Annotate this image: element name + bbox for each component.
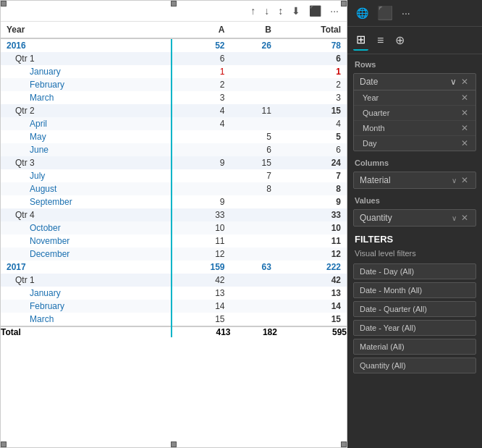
row-b: 63 (231, 261, 277, 274)
table-footer-row: Total 413 182 595 (1, 326, 347, 337)
globe-icon[interactable]: 🌐 (353, 5, 371, 21)
menu-icon[interactable]: ⬛ (374, 3, 396, 23)
row-label: February (1, 78, 172, 91)
date-remove-btn[interactable]: ✕ (460, 77, 470, 87)
filter-date-year[interactable]: Date - Year (All) (353, 320, 476, 336)
material-dropdown-icon[interactable]: ∨ (452, 177, 457, 185)
row-total: 4 (277, 117, 347, 130)
date-quarter-item[interactable]: Quarter ✕ (354, 106, 475, 121)
quantity-remove-btn[interactable]: ✕ (460, 213, 470, 223)
date-group-header[interactable]: Date ∨ ✕ (354, 74, 475, 90)
col-header-b: B (231, 22, 277, 38)
filter-material-label: Material (All) (360, 342, 405, 351)
row-a: 9 (172, 195, 230, 208)
row-total: 15 (277, 104, 347, 117)
table-row[interactable]: August 8 8 (1, 182, 347, 195)
row-total: 15 (277, 313, 347, 326)
date-day-remove-btn[interactable]: ✕ (460, 138, 470, 148)
table-row[interactable]: October 10 10 (1, 221, 347, 234)
row-b: 8 (231, 182, 277, 195)
row-label: August (1, 182, 172, 195)
row-label: March (1, 313, 172, 326)
row-label: October (1, 221, 172, 234)
table-row[interactable]: September 9 9 (1, 195, 347, 208)
filter-date-day[interactable]: Date - Day (All) (353, 263, 476, 279)
sort-both-icon[interactable]: ↕ (276, 4, 285, 18)
table-row[interactable]: June 6 6 (1, 143, 347, 156)
table-row[interactable]: January 13 13 (1, 287, 347, 300)
row-total: 1 (277, 65, 347, 78)
row-b (231, 221, 277, 234)
quantity-field[interactable]: Quantity ∨ ✕ (353, 209, 476, 227)
quantity-label: Quantity (360, 213, 392, 223)
table-row[interactable]: Qtr 3 9 15 24 (1, 156, 347, 169)
filter-date-month[interactable]: Date - Month (All) (353, 282, 476, 298)
copy-icon[interactable]: ⬛ (307, 4, 324, 18)
filter-date-quarter-label: Date - Quarter (All) (360, 305, 427, 313)
matrix-table-wrapper[interactable]: Year A B Total 2016 52 26 78 Qtr 1 6 (1, 22, 347, 447)
row-label: November (1, 234, 172, 248)
row-total: 6 (277, 143, 347, 156)
table-row[interactable]: 2017 159 63 222 (1, 261, 347, 274)
table-row[interactable]: Qtr 1 42 42 (1, 274, 347, 287)
row-total: 8 (277, 182, 347, 195)
visual-level-label: Visual level filters (347, 248, 482, 262)
filter-material[interactable]: Material (All) (353, 339, 476, 355)
row-a: 52 (172, 38, 230, 52)
sort-asc-icon[interactable]: ↑ (248, 4, 258, 18)
row-a: 1 (172, 65, 230, 78)
table-row[interactable]: January 1 1 (1, 65, 347, 78)
row-b (231, 117, 277, 130)
row-a: 159 (172, 261, 230, 274)
row-a: 2 (172, 78, 230, 91)
row-a: 11 (172, 234, 230, 248)
row-a: 13 (172, 287, 230, 300)
date-year-remove-btn[interactable]: ✕ (460, 93, 470, 103)
row-a: 6 (172, 52, 230, 65)
table-row[interactable]: Qtr 4 33 33 (1, 208, 347, 221)
date-month-remove-btn[interactable]: ✕ (460, 123, 470, 133)
table-row[interactable]: 2016 52 26 78 (1, 38, 347, 52)
filter-date-quarter[interactable]: Date - Quarter (All) (353, 301, 476, 317)
date-day-item[interactable]: Day ✕ (354, 136, 475, 151)
date-year-item[interactable]: Year ✕ (354, 90, 475, 106)
table-row[interactable]: November 11 11 (1, 234, 347, 248)
material-remove-btn[interactable]: ✕ (460, 175, 470, 185)
material-field[interactable]: Material ∨ ✕ (353, 172, 476, 189)
row-b: 26 (231, 38, 277, 52)
analytics-tab-icon[interactable]: ⊕ (392, 30, 407, 50)
quantity-dropdown-icon[interactable]: ∨ (452, 214, 457, 222)
row-b (231, 300, 277, 313)
columns-section-label: Columns (347, 153, 482, 170)
more-icon[interactable]: ··· (399, 5, 413, 21)
sort-desc-icon[interactable]: ↓ (262, 4, 271, 18)
fields-tab-icon[interactable]: ⊞ (353, 30, 368, 51)
date-quarter-remove-btn[interactable]: ✕ (460, 108, 470, 118)
filter-date-month-label: Date - Month (All) (360, 286, 422, 295)
table-row[interactable]: May 5 5 (1, 130, 347, 143)
table-row[interactable]: December 12 12 (1, 248, 347, 261)
table-row[interactable]: Qtr 2 4 11 15 (1, 104, 347, 117)
table-row[interactable]: April 4 4 (1, 117, 347, 130)
date-dropdown-icon[interactable]: ∨ (450, 77, 457, 87)
table-row[interactable]: February 2 2 (1, 78, 347, 91)
expand-icon[interactable]: ⬇ (289, 4, 303, 18)
resize-handle-tr[interactable] (341, 1, 347, 7)
table-row[interactable]: March 15 15 (1, 313, 347, 326)
footer-total: 595 (277, 326, 347, 337)
format-tab-icon[interactable]: ≡ (374, 31, 386, 50)
more-options-icon[interactable]: ··· (328, 4, 341, 18)
table-row[interactable]: February 14 14 (1, 300, 347, 313)
date-month-item[interactable]: Month ✕ (354, 121, 475, 136)
resize-handle-tl[interactable] (1, 1, 7, 7)
row-total: 5 (277, 130, 347, 143)
top-icons-bar: 🌐 ⬛ ··· (347, 0, 482, 27)
filter-quantity[interactable]: Quantity (All) (353, 358, 476, 373)
col-header-a: A (172, 22, 230, 38)
table-row[interactable]: March 3 3 (1, 91, 347, 104)
table-row[interactable]: July 7 7 (1, 169, 347, 182)
values-section-label: Values (347, 190, 482, 208)
table-row[interactable]: Qtr 1 6 6 (1, 52, 347, 65)
resize-handle-tm[interactable] (171, 1, 177, 7)
matrix-table: Year A B Total 2016 52 26 78 Qtr 1 6 (1, 22, 347, 337)
